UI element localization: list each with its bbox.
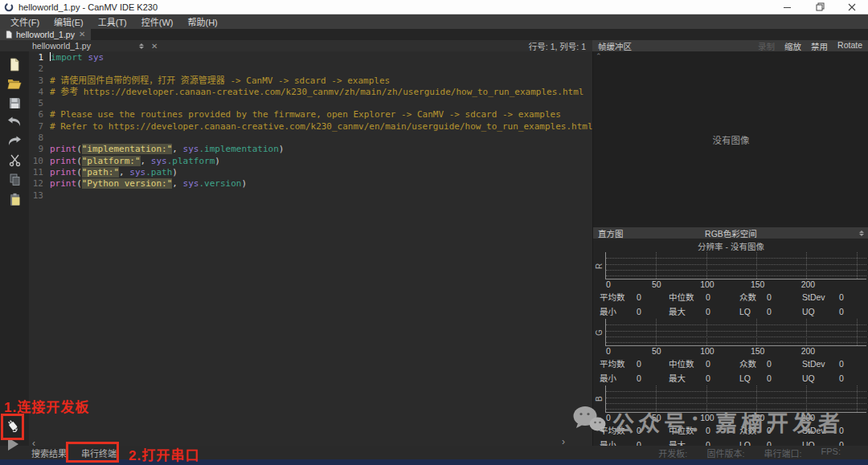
stat-value: 0 bbox=[839, 304, 868, 319]
canmv-logo-icon bbox=[4, 2, 14, 12]
histogram-channel-g: G050100150200平均数0中位数0众数0StDev0最小0最大0LQ0U… bbox=[593, 319, 868, 385]
stat-value: 0 bbox=[706, 438, 739, 446]
stat-value: 0 bbox=[706, 304, 739, 319]
close-button[interactable] bbox=[836, 0, 868, 14]
stat-value: 0 bbox=[767, 304, 802, 319]
stat-label: StDev bbox=[802, 357, 839, 371]
stat-label: 中位数 bbox=[669, 290, 706, 304]
stat-label: 最大 bbox=[669, 371, 706, 385]
code-line: 6# Please use the routines provided by t… bbox=[29, 109, 592, 120]
x-axis-ticks: 050100150200 bbox=[606, 279, 868, 290]
menu-item[interactable]: 工具(T) bbox=[91, 15, 134, 28]
window-title: helloworld_1.py - CanMV IDE K230 bbox=[18, 2, 158, 12]
histogram-channel-r: R050100150200平均数0中位数0众数0StDev0最小0最大0LQ0U… bbox=[593, 252, 868, 319]
histogram-header: 直方图 RGB色彩空间 bbox=[593, 227, 868, 239]
editor-tab-label[interactable]: helloworld_1.py bbox=[32, 41, 91, 51]
connect-board-button[interactable] bbox=[5, 418, 21, 437]
right-panel-expand-icon[interactable]: › bbox=[562, 436, 565, 447]
stat-label: LQ bbox=[739, 438, 767, 446]
stat-value: 0 bbox=[706, 357, 739, 371]
code-line: 4# 参考 https://developer.canaan-creative.… bbox=[29, 87, 592, 98]
wechat-icon bbox=[572, 406, 606, 438]
status-item: 串行端口: bbox=[764, 447, 801, 459]
code-line: 5 bbox=[29, 98, 592, 109]
menubar: 文件(F)编辑(E)工具(T)控件(W)帮助(H) bbox=[0, 14, 868, 29]
status-item: 开发板: bbox=[658, 447, 687, 459]
annotation-step2: 2.打开串口 bbox=[129, 444, 199, 464]
record-button[interactable]: 录制 bbox=[758, 40, 775, 52]
channel-stats: 平均数0中位数0众数0StDev0最小0最大0LQ0UQ0 bbox=[593, 290, 868, 319]
stat-label: 最大 bbox=[669, 304, 706, 319]
stat-value: 0 bbox=[637, 438, 669, 446]
minimize-button[interactable] bbox=[772, 0, 804, 14]
menu-item[interactable]: 帮助(H) bbox=[180, 15, 224, 28]
stat-value: 0 bbox=[706, 290, 739, 304]
stat-value: 0 bbox=[839, 371, 868, 385]
code-line: 7# Refer to https://developer.canaan-cre… bbox=[29, 121, 592, 133]
stat-label: UQ bbox=[802, 304, 839, 319]
save-icon[interactable] bbox=[6, 94, 23, 112]
framebuffer-view: ⌃ 没有图像 bbox=[593, 51, 868, 227]
stat-value: 0 bbox=[839, 438, 868, 446]
stat-value: 0 bbox=[637, 357, 669, 371]
status-item: 固件版本: bbox=[706, 447, 744, 459]
code-line: 3# 请使用固件自带的例程，打开 资源管理器 -> CanMV -> sdcar… bbox=[29, 75, 592, 87]
canmv-ide-window: helloworld_1.py - CanMV IDE K230 文件(F)编辑… bbox=[0, 0, 868, 465]
status-items: 开发板:固件版本:串行端口:FPS: bbox=[658, 447, 841, 459]
stat-label: UQ bbox=[802, 438, 839, 446]
bottom-panel-expand-icon[interactable]: ‹ bbox=[32, 438, 35, 449]
histogram-title: 直方图 bbox=[598, 227, 624, 239]
stat-label: 最小 bbox=[600, 438, 637, 446]
connect-annotation-box bbox=[1, 414, 24, 440]
code-line: 2 bbox=[29, 63, 592, 75]
menu-item[interactable]: 编辑(E) bbox=[47, 15, 91, 28]
new-file-icon[interactable] bbox=[6, 55, 23, 73]
open-folder-icon[interactable] bbox=[6, 75, 23, 92]
restore-button[interactable] bbox=[804, 0, 836, 14]
stat-value: 0 bbox=[637, 290, 669, 304]
paste-icon[interactable] bbox=[6, 190, 23, 208]
no-image-text: 没有图像 bbox=[713, 133, 750, 146]
code-line: 13 bbox=[29, 190, 592, 202]
stat-label: LQ bbox=[739, 304, 767, 319]
watermark: 公众号：嘉楠开发者 bbox=[572, 406, 844, 438]
stat-label: 众数 bbox=[739, 357, 767, 371]
stat-label: UQ bbox=[802, 371, 839, 385]
editor-pane-header: helloworld_1.py ✕ 行号: 1, 列号: 1 bbox=[0, 40, 592, 51]
channel-axis-label: R bbox=[593, 252, 605, 279]
close-editor-icon[interactable]: ✕ bbox=[151, 42, 158, 51]
file-tab[interactable]: helloworld_1.py ✕ bbox=[0, 29, 91, 40]
file-tab-label: helloworld_1.py bbox=[16, 30, 75, 39]
colorspace-select[interactable]: RGB色彩空间 bbox=[593, 227, 868, 239]
stat-label: 最小 bbox=[600, 304, 637, 319]
undo-icon[interactable] bbox=[6, 113, 23, 131]
split-editor-icon[interactable] bbox=[139, 43, 144, 49]
x-axis-ticks: 050100150200 bbox=[606, 346, 868, 357]
disable-button[interactable]: 禁用 bbox=[811, 40, 828, 52]
channel-axis-label: G bbox=[593, 319, 605, 346]
stat-value: 0 bbox=[767, 371, 802, 385]
code-line: 1import sys bbox=[29, 52, 592, 63]
stat-value: 0 bbox=[637, 371, 669, 385]
stat-value: 0 bbox=[839, 357, 868, 371]
stat-value: 0 bbox=[637, 304, 669, 319]
status-item: FPS: bbox=[821, 447, 841, 459]
stat-value: 0 bbox=[767, 290, 802, 304]
colorspace-dropdown-icon[interactable] bbox=[859, 230, 864, 236]
file-icon bbox=[6, 31, 12, 39]
code-editor[interactable]: 1import sys23# 请使用固件自带的例程，打开 资源管理器 -> Ca… bbox=[29, 51, 592, 446]
code-lines: 1import sys23# 请使用固件自带的例程，打开 资源管理器 -> Ca… bbox=[29, 52, 592, 202]
stat-label: StDev bbox=[802, 290, 839, 304]
channel-plot bbox=[605, 252, 866, 279]
cut-icon[interactable] bbox=[6, 152, 23, 169]
redo-icon[interactable] bbox=[6, 133, 23, 150]
rotate-button[interactable]: Rotate bbox=[837, 40, 862, 52]
panel-collapse-icon[interactable]: ⌃ bbox=[596, 52, 602, 60]
copy-icon[interactable] bbox=[6, 171, 23, 189]
stat-label: 平均数 bbox=[600, 357, 637, 371]
right-pane: ⌃ 没有图像 直方图 RGB色彩空间 分辨率 - 没有图像 R050100150… bbox=[592, 51, 868, 446]
close-tab-icon[interactable]: ✕ bbox=[79, 31, 85, 39]
zoom-button[interactable]: 缩放 bbox=[784, 40, 801, 52]
menu-item[interactable]: 文件(F) bbox=[3, 15, 47, 28]
menu-item[interactable]: 控件(W) bbox=[134, 15, 181, 28]
